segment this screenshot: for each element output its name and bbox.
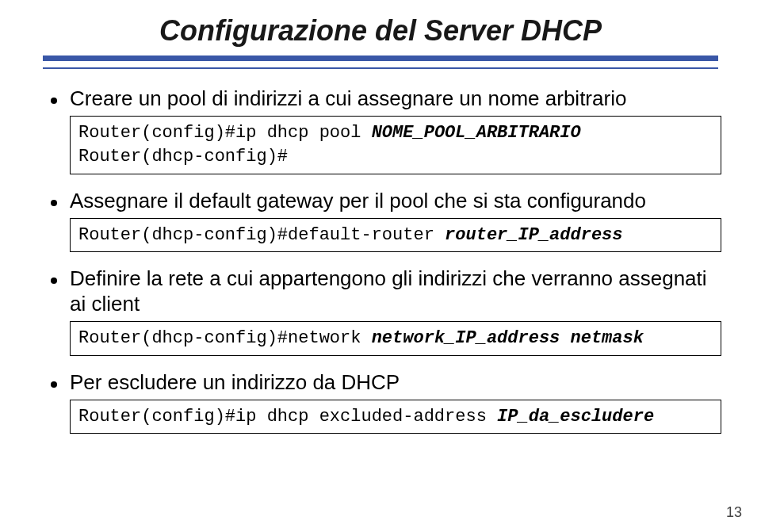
bullet-item: Definire la rete a cui appartengono gli …	[51, 266, 721, 316]
code-box: Router(config)#ip dhcp pool NOME_POOL_AR…	[70, 116, 721, 174]
bullet-text: Assegnare il default gateway per il pool…	[70, 189, 646, 213]
code-line: Router(dhcp-config)#network network_IP_a…	[78, 327, 713, 350]
slide-title: Configurazione del Server DHCP	[40, 14, 721, 48]
title-underline-thick	[43, 55, 718, 61]
bullet-icon	[51, 277, 57, 284]
bullet-item: Per escludere un indirizzo da DHCP	[51, 370, 721, 395]
page-number: 13	[726, 504, 742, 521]
bullet-icon	[51, 200, 57, 206]
bullet-text: Definire la rete a cui appartengono gli …	[70, 266, 721, 316]
code-line: Router(dhcp-config)#	[78, 145, 713, 169]
code-box: Router(config)#ip dhcp excluded-address …	[70, 400, 721, 434]
code-line: Router(config)#ip dhcp pool NOME_POOL_AR…	[78, 121, 713, 145]
code-line: Router(config)#ip dhcp excluded-address …	[78, 405, 713, 429]
bullet-item: Assegnare il default gateway per il pool…	[51, 189, 721, 213]
bullet-text: Per escludere un indirizzo da DHCP	[70, 370, 400, 395]
code-box: Router(dhcp-config)#default-router route…	[70, 218, 721, 253]
bullet-text: Creare un pool di indirizzi a cui assegn…	[70, 86, 626, 111]
bullet-item: Creare un pool di indirizzi a cui assegn…	[51, 86, 721, 111]
slide-content: Creare un pool di indirizzi a cui assegn…	[40, 86, 721, 434]
bullet-icon	[51, 98, 57, 104]
title-underline-thin	[43, 67, 718, 69]
code-box: Router(dhcp-config)#network network_IP_a…	[70, 321, 721, 356]
code-line: Router(dhcp-config)#default-router route…	[78, 224, 713, 247]
bullet-icon	[51, 381, 57, 388]
